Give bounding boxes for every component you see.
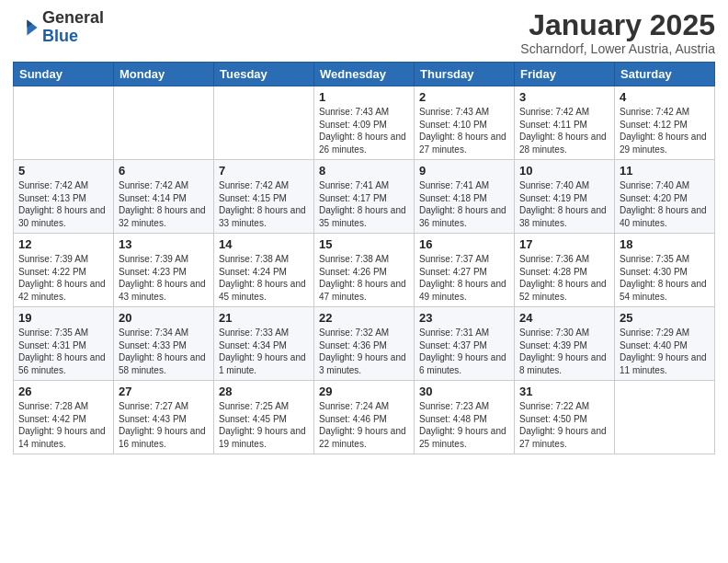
day-info: Sunrise: 7:41 AM Sunset: 4:18 PM Dayligh…	[419, 179, 509, 229]
logo-text: General Blue	[42, 9, 104, 46]
day-info: Sunrise: 7:32 AM Sunset: 4:36 PM Dayligh…	[319, 327, 409, 376]
day-number: 26	[18, 385, 108, 398]
day-number: 1	[319, 90, 409, 104]
day-number: 18	[620, 237, 710, 251]
day-number: 17	[519, 237, 609, 251]
day-cell: 13Sunrise: 7:39 AM Sunset: 4:23 PM Dayli…	[114, 234, 214, 307]
day-number: 13	[119, 237, 209, 251]
day-number: 20	[119, 311, 209, 325]
day-cell: 7Sunrise: 7:42 AM Sunset: 4:15 PM Daylig…	[214, 160, 314, 234]
week-row-4: 19Sunrise: 7:35 AM Sunset: 4:31 PM Dayli…	[14, 307, 715, 381]
day-cell: 15Sunrise: 7:38 AM Sunset: 4:26 PM Dayli…	[314, 234, 415, 307]
day-info: Sunrise: 7:43 AM Sunset: 4:10 PM Dayligh…	[419, 106, 509, 155]
day-number: 21	[219, 311, 309, 325]
day-cell: 28Sunrise: 7:25 AM Sunset: 4:45 PM Dayli…	[214, 381, 314, 454]
day-info: Sunrise: 7:40 AM Sunset: 4:19 PM Dayligh…	[519, 179, 609, 229]
day-cell: 2Sunrise: 7:43 AM Sunset: 4:10 PM Daylig…	[415, 86, 515, 160]
day-cell: 3Sunrise: 7:42 AM Sunset: 4:11 PM Daylig…	[515, 86, 615, 160]
day-number: 25	[620, 311, 710, 325]
day-info: Sunrise: 7:36 AM Sunset: 4:28 PM Dayligh…	[519, 253, 609, 303]
day-info: Sunrise: 7:38 AM Sunset: 4:24 PM Dayligh…	[219, 253, 309, 303]
day-info: Sunrise: 7:28 AM Sunset: 4:42 PM Dayligh…	[18, 400, 108, 450]
day-info: Sunrise: 7:25 AM Sunset: 4:45 PM Dayligh…	[219, 400, 309, 450]
week-row-3: 12Sunrise: 7:39 AM Sunset: 4:22 PM Dayli…	[14, 234, 715, 307]
day-number: 6	[119, 164, 209, 178]
day-cell	[615, 381, 715, 454]
day-cell: 19Sunrise: 7:35 AM Sunset: 4:31 PM Dayli…	[14, 307, 114, 381]
day-cell	[214, 86, 314, 160]
day-info: Sunrise: 7:24 AM Sunset: 4:46 PM Dayligh…	[319, 400, 409, 450]
day-cell: 8Sunrise: 7:41 AM Sunset: 4:17 PM Daylig…	[314, 160, 415, 234]
day-number: 19	[18, 311, 108, 325]
day-cell: 9Sunrise: 7:41 AM Sunset: 4:18 PM Daylig…	[415, 160, 515, 234]
day-cell: 22Sunrise: 7:32 AM Sunset: 4:36 PM Dayli…	[314, 307, 415, 381]
day-info: Sunrise: 7:42 AM Sunset: 4:13 PM Dayligh…	[18, 179, 108, 229]
col-header-monday: Monday	[114, 63, 214, 86]
day-number: 29	[319, 385, 409, 398]
day-number: 5	[18, 164, 108, 178]
day-number: 22	[319, 311, 409, 325]
calendar-table: SundayMondayTuesdayWednesdayThursdayFrid…	[13, 62, 715, 454]
day-cell: 1Sunrise: 7:43 AM Sunset: 4:09 PM Daylig…	[314, 86, 415, 160]
logo-icon	[13, 15, 39, 40]
day-info: Sunrise: 7:27 AM Sunset: 4:43 PM Dayligh…	[119, 400, 209, 450]
day-number: 4	[620, 90, 710, 104]
day-cell: 30Sunrise: 7:23 AM Sunset: 4:48 PM Dayli…	[415, 381, 515, 454]
day-info: Sunrise: 7:38 AM Sunset: 4:26 PM Dayligh…	[319, 253, 409, 303]
day-info: Sunrise: 7:35 AM Sunset: 4:31 PM Dayligh…	[18, 327, 108, 376]
day-info: Sunrise: 7:29 AM Sunset: 4:40 PM Dayligh…	[620, 327, 710, 376]
day-info: Sunrise: 7:42 AM Sunset: 4:14 PM Dayligh…	[119, 179, 209, 229]
day-cell: 26Sunrise: 7:28 AM Sunset: 4:42 PM Dayli…	[14, 381, 114, 454]
calendar-header-row: SundayMondayTuesdayWednesdayThursdayFrid…	[14, 63, 715, 86]
day-number: 7	[219, 164, 309, 178]
col-header-tuesday: Tuesday	[214, 63, 314, 86]
day-cell: 27Sunrise: 7:27 AM Sunset: 4:43 PM Dayli…	[114, 381, 214, 454]
col-header-sunday: Sunday	[14, 63, 114, 86]
day-info: Sunrise: 7:39 AM Sunset: 4:22 PM Dayligh…	[18, 253, 108, 303]
day-cell: 16Sunrise: 7:37 AM Sunset: 4:27 PM Dayli…	[415, 234, 515, 307]
day-number: 28	[219, 385, 309, 398]
day-number: 14	[219, 237, 309, 251]
day-info: Sunrise: 7:35 AM Sunset: 4:30 PM Dayligh…	[620, 253, 710, 303]
week-row-2: 5Sunrise: 7:42 AM Sunset: 4:13 PM Daylig…	[14, 160, 715, 234]
day-info: Sunrise: 7:42 AM Sunset: 4:12 PM Dayligh…	[620, 106, 710, 155]
day-number: 12	[18, 237, 108, 251]
day-cell: 31Sunrise: 7:22 AM Sunset: 4:50 PM Dayli…	[515, 381, 615, 454]
day-cell: 23Sunrise: 7:31 AM Sunset: 4:37 PM Dayli…	[415, 307, 515, 381]
page: General Blue January 2025 Scharndorf, Lo…	[0, 0, 728, 467]
logo-blue: Blue	[42, 28, 104, 46]
day-info: Sunrise: 7:37 AM Sunset: 4:27 PM Dayligh…	[419, 253, 509, 303]
day-info: Sunrise: 7:31 AM Sunset: 4:37 PM Dayligh…	[419, 327, 509, 376]
col-header-friday: Friday	[515, 63, 615, 86]
logo-general: General	[42, 9, 104, 28]
day-cell: 24Sunrise: 7:30 AM Sunset: 4:39 PM Dayli…	[515, 307, 615, 381]
day-info: Sunrise: 7:39 AM Sunset: 4:23 PM Dayligh…	[119, 253, 209, 303]
day-info: Sunrise: 7:41 AM Sunset: 4:17 PM Dayligh…	[319, 179, 409, 229]
day-info: Sunrise: 7:34 AM Sunset: 4:33 PM Dayligh…	[119, 327, 209, 376]
day-cell: 29Sunrise: 7:24 AM Sunset: 4:46 PM Dayli…	[314, 381, 415, 454]
day-cell	[114, 86, 214, 160]
day-number: 23	[419, 311, 509, 325]
week-row-1: 1Sunrise: 7:43 AM Sunset: 4:09 PM Daylig…	[14, 86, 715, 160]
day-info: Sunrise: 7:22 AM Sunset: 4:50 PM Dayligh…	[519, 400, 609, 450]
month-title: January 2025	[520, 9, 715, 41]
day-cell: 14Sunrise: 7:38 AM Sunset: 4:24 PM Dayli…	[214, 234, 314, 307]
day-number: 27	[119, 385, 209, 398]
col-header-wednesday: Wednesday	[314, 63, 415, 86]
day-number: 3	[519, 90, 609, 104]
day-info: Sunrise: 7:42 AM Sunset: 4:11 PM Dayligh…	[519, 106, 609, 155]
day-cell	[14, 86, 114, 160]
header: General Blue January 2025 Scharndorf, Lo…	[13, 9, 715, 56]
day-info: Sunrise: 7:43 AM Sunset: 4:09 PM Dayligh…	[319, 106, 409, 155]
day-info: Sunrise: 7:23 AM Sunset: 4:48 PM Dayligh…	[419, 400, 509, 450]
day-number: 24	[519, 311, 609, 325]
day-number: 30	[419, 385, 509, 398]
day-info: Sunrise: 7:30 AM Sunset: 4:39 PM Dayligh…	[519, 327, 609, 376]
day-cell: 21Sunrise: 7:33 AM Sunset: 4:34 PM Dayli…	[214, 307, 314, 381]
day-number: 31	[519, 385, 609, 398]
col-header-saturday: Saturday	[615, 63, 715, 86]
day-cell: 11Sunrise: 7:40 AM Sunset: 4:20 PM Dayli…	[615, 160, 715, 234]
title-block: January 2025 Scharndorf, Lower Austria, …	[520, 9, 715, 56]
day-number: 9	[419, 164, 509, 178]
day-cell: 12Sunrise: 7:39 AM Sunset: 4:22 PM Dayli…	[14, 234, 114, 307]
